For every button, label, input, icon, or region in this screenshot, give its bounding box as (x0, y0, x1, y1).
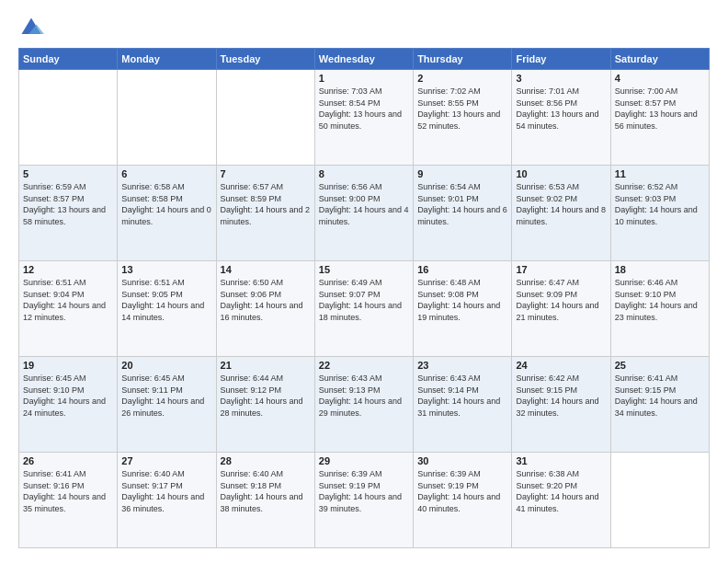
day-number: 6 (121, 168, 211, 179)
calendar-cell: 10Sunrise: 6:53 AM Sunset: 9:02 PM Dayli… (512, 166, 610, 261)
calendar-table: SundayMondayTuesdayWednesdayThursdayFrid… (18, 48, 710, 548)
day-info: Sunrise: 7:00 AM Sunset: 8:57 PM Dayligh… (615, 86, 705, 132)
calendar-cell: 22Sunrise: 6:43 AM Sunset: 9:13 PM Dayli… (314, 357, 413, 453)
day-number: 31 (516, 455, 606, 466)
calendar-cell (216, 70, 314, 166)
day-number: 9 (417, 168, 507, 179)
day-info: Sunrise: 6:58 AM Sunset: 8:58 PM Dayligh… (121, 181, 211, 227)
calendar-cell: 26Sunrise: 6:41 AM Sunset: 9:16 PM Dayli… (19, 453, 118, 548)
day-number: 11 (615, 168, 705, 179)
calendar-cell: 19Sunrise: 6:45 AM Sunset: 9:10 PM Dayli… (19, 357, 118, 453)
day-info: Sunrise: 6:43 AM Sunset: 9:14 PM Dayligh… (417, 373, 507, 419)
calendar-cell: 7Sunrise: 6:57 AM Sunset: 8:59 PM Daylig… (216, 166, 314, 261)
calendar-cell: 3Sunrise: 7:01 AM Sunset: 8:56 PM Daylig… (512, 70, 610, 166)
weekday-header: Friday (512, 49, 610, 70)
calendar-week-row: 19Sunrise: 6:45 AM Sunset: 9:10 PM Dayli… (19, 357, 710, 453)
day-info: Sunrise: 6:41 AM Sunset: 9:16 PM Dayligh… (23, 468, 113, 514)
calendar-cell: 8Sunrise: 6:56 AM Sunset: 9:00 PM Daylig… (314, 166, 413, 261)
calendar-cell (19, 70, 118, 166)
day-number: 16 (417, 264, 507, 275)
calendar-cell: 23Sunrise: 6:43 AM Sunset: 9:14 PM Dayli… (414, 357, 512, 453)
day-number: 19 (23, 360, 113, 371)
day-info: Sunrise: 6:48 AM Sunset: 9:08 PM Dayligh… (417, 277, 507, 323)
calendar-cell (610, 453, 709, 548)
header (18, 15, 710, 40)
day-info: Sunrise: 6:45 AM Sunset: 9:10 PM Dayligh… (23, 373, 113, 419)
calendar-cell: 25Sunrise: 6:41 AM Sunset: 9:15 PM Dayli… (610, 357, 709, 453)
calendar-week-row: 26Sunrise: 6:41 AM Sunset: 9:16 PM Dayli… (19, 453, 710, 548)
day-number: 14 (221, 264, 311, 275)
day-number: 10 (516, 168, 606, 179)
weekday-header: Tuesday (216, 49, 314, 70)
day-number: 30 (417, 455, 507, 466)
day-info: Sunrise: 6:42 AM Sunset: 9:15 PM Dayligh… (516, 373, 606, 419)
calendar-cell: 14Sunrise: 6:50 AM Sunset: 9:06 PM Dayli… (216, 261, 314, 357)
logo-icon (18, 15, 44, 40)
calendar-cell: 1Sunrise: 7:03 AM Sunset: 8:54 PM Daylig… (314, 70, 413, 166)
weekday-header: Saturday (610, 49, 709, 70)
day-number: 29 (319, 455, 409, 466)
calendar-cell: 28Sunrise: 6:40 AM Sunset: 9:18 PM Dayli… (216, 453, 314, 548)
day-number: 12 (23, 264, 113, 275)
day-info: Sunrise: 6:56 AM Sunset: 9:00 PM Dayligh… (319, 181, 409, 227)
day-number: 18 (615, 264, 705, 275)
calendar-cell: 15Sunrise: 6:49 AM Sunset: 9:07 PM Dayli… (314, 261, 413, 357)
page: SundayMondayTuesdayWednesdayThursdayFrid… (0, 0, 728, 563)
calendar-cell: 2Sunrise: 7:02 AM Sunset: 8:55 PM Daylig… (414, 70, 512, 166)
calendar-cell: 4Sunrise: 7:00 AM Sunset: 8:57 PM Daylig… (610, 70, 709, 166)
logo (18, 15, 48, 40)
calendar-cell: 16Sunrise: 6:48 AM Sunset: 9:08 PM Dayli… (414, 261, 512, 357)
day-info: Sunrise: 6:57 AM Sunset: 8:59 PM Dayligh… (221, 181, 311, 227)
day-info: Sunrise: 6:50 AM Sunset: 9:06 PM Dayligh… (221, 277, 311, 323)
day-number: 20 (121, 360, 211, 371)
calendar-cell: 31Sunrise: 6:38 AM Sunset: 9:20 PM Dayli… (512, 453, 610, 548)
weekday-header: Sunday (19, 49, 118, 70)
day-info: Sunrise: 6:40 AM Sunset: 9:18 PM Dayligh… (221, 468, 311, 514)
calendar-week-row: 12Sunrise: 6:51 AM Sunset: 9:04 PM Dayli… (19, 261, 710, 357)
day-info: Sunrise: 6:43 AM Sunset: 9:13 PM Dayligh… (319, 373, 409, 419)
day-info: Sunrise: 7:01 AM Sunset: 8:56 PM Dayligh… (516, 86, 606, 132)
day-number: 17 (516, 264, 606, 275)
day-info: Sunrise: 6:49 AM Sunset: 9:07 PM Dayligh… (319, 277, 409, 323)
day-number: 24 (516, 360, 606, 371)
day-info: Sunrise: 6:40 AM Sunset: 9:17 PM Dayligh… (121, 468, 211, 514)
calendar-cell: 24Sunrise: 6:42 AM Sunset: 9:15 PM Dayli… (512, 357, 610, 453)
day-info: Sunrise: 6:52 AM Sunset: 9:03 PM Dayligh… (615, 181, 705, 227)
day-info: Sunrise: 6:51 AM Sunset: 9:04 PM Dayligh… (23, 277, 113, 323)
calendar-week-row: 5Sunrise: 6:59 AM Sunset: 8:57 PM Daylig… (19, 166, 710, 261)
day-number: 15 (319, 264, 409, 275)
day-number: 28 (221, 455, 311, 466)
day-number: 21 (221, 360, 311, 371)
calendar-cell: 6Sunrise: 6:58 AM Sunset: 8:58 PM Daylig… (118, 166, 216, 261)
weekday-header: Thursday (414, 49, 512, 70)
weekday-header: Wednesday (314, 49, 413, 70)
day-number: 5 (23, 168, 113, 179)
day-number: 3 (516, 73, 606, 84)
calendar-cell: 27Sunrise: 6:40 AM Sunset: 9:17 PM Dayli… (118, 453, 216, 548)
calendar-week-row: 1Sunrise: 7:03 AM Sunset: 8:54 PM Daylig… (19, 70, 710, 166)
day-info: Sunrise: 6:38 AM Sunset: 9:20 PM Dayligh… (516, 468, 606, 514)
day-number: 27 (121, 455, 211, 466)
calendar-cell: 20Sunrise: 6:45 AM Sunset: 9:11 PM Dayli… (118, 357, 216, 453)
day-number: 1 (319, 73, 409, 84)
calendar-cell: 12Sunrise: 6:51 AM Sunset: 9:04 PM Dayli… (19, 261, 118, 357)
calendar-cell: 11Sunrise: 6:52 AM Sunset: 9:03 PM Dayli… (610, 166, 709, 261)
day-number: 22 (319, 360, 409, 371)
calendar-cell: 30Sunrise: 6:39 AM Sunset: 9:19 PM Dayli… (414, 453, 512, 548)
day-info: Sunrise: 7:03 AM Sunset: 8:54 PM Dayligh… (319, 86, 409, 132)
day-info: Sunrise: 6:46 AM Sunset: 9:10 PM Dayligh… (615, 277, 705, 323)
day-number: 8 (319, 168, 409, 179)
day-info: Sunrise: 6:45 AM Sunset: 9:11 PM Dayligh… (121, 373, 211, 419)
day-info: Sunrise: 6:53 AM Sunset: 9:02 PM Dayligh… (516, 181, 606, 227)
calendar-cell: 17Sunrise: 6:47 AM Sunset: 9:09 PM Dayli… (512, 261, 610, 357)
day-info: Sunrise: 7:02 AM Sunset: 8:55 PM Dayligh… (417, 86, 507, 132)
day-info: Sunrise: 6:41 AM Sunset: 9:15 PM Dayligh… (615, 373, 705, 419)
calendar-cell: 21Sunrise: 6:44 AM Sunset: 9:12 PM Dayli… (216, 357, 314, 453)
calendar-cell: 5Sunrise: 6:59 AM Sunset: 8:57 PM Daylig… (19, 166, 118, 261)
day-info: Sunrise: 6:44 AM Sunset: 9:12 PM Dayligh… (221, 373, 311, 419)
day-number: 13 (121, 264, 211, 275)
calendar-header-row: SundayMondayTuesdayWednesdayThursdayFrid… (19, 49, 710, 70)
day-number: 7 (221, 168, 311, 179)
day-info: Sunrise: 6:47 AM Sunset: 9:09 PM Dayligh… (516, 277, 606, 323)
day-info: Sunrise: 6:54 AM Sunset: 9:01 PM Dayligh… (417, 181, 507, 227)
